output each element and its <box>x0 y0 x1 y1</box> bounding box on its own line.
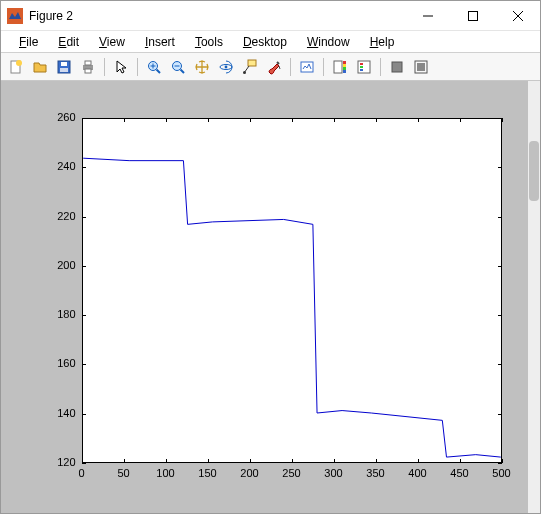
svg-point-6 <box>16 60 22 66</box>
y-tick-label: 160 <box>46 357 76 369</box>
x-tick-label: 200 <box>235 467 265 479</box>
toolbar-sep <box>323 58 324 76</box>
y-tick <box>82 217 86 218</box>
x-tick <box>250 118 251 122</box>
x-tick-label: 100 <box>151 467 181 479</box>
x-tick <box>82 459 83 463</box>
vertical-scrollbar[interactable] <box>528 81 540 513</box>
x-tick <box>166 118 167 122</box>
svg-rect-30 <box>343 70 346 73</box>
y-tick-label: 220 <box>46 210 76 222</box>
x-tick <box>502 459 503 463</box>
svg-rect-29 <box>343 67 346 70</box>
x-tick <box>250 459 251 463</box>
x-tick <box>376 118 377 122</box>
titlebar: Figure 2 <box>1 1 540 31</box>
x-tick <box>208 118 209 122</box>
y-tick <box>82 167 86 168</box>
x-tick <box>418 459 419 463</box>
x-tick-label: 500 <box>487 467 517 479</box>
rotate-3d-button[interactable] <box>215 56 237 78</box>
y-tick-label: 200 <box>46 259 76 271</box>
line-series <box>83 119 501 462</box>
svg-rect-9 <box>60 68 68 72</box>
figure-canvas[interactable]: 120140160180200220240260 050100150200250… <box>1 81 540 513</box>
hide-tools-button[interactable] <box>386 56 408 78</box>
y-tick <box>498 167 502 168</box>
window-title: Figure 2 <box>29 9 73 23</box>
edit-plot-button[interactable] <box>110 56 132 78</box>
svg-rect-31 <box>358 61 370 73</box>
brush-button[interactable] <box>263 56 285 78</box>
zoom-in-button[interactable] <box>143 56 165 78</box>
y-tick <box>498 266 502 267</box>
print-button[interactable] <box>77 56 99 78</box>
svg-rect-35 <box>392 62 402 72</box>
svg-point-24 <box>243 71 246 74</box>
svg-rect-28 <box>343 64 346 67</box>
y-tick <box>498 315 502 316</box>
minimize-button[interactable] <box>405 1 450 31</box>
x-tick <box>418 118 419 122</box>
legend-button[interactable] <box>353 56 375 78</box>
y-tick-label: 180 <box>46 308 76 320</box>
menu-help[interactable]: Help <box>360 33 405 51</box>
x-tick <box>292 118 293 122</box>
y-tick <box>82 414 86 415</box>
svg-rect-0 <box>7 8 23 24</box>
x-tick-label: 450 <box>445 467 475 479</box>
menu-insert[interactable]: Insert <box>135 33 185 51</box>
x-tick <box>292 459 293 463</box>
x-tick-label: 400 <box>403 467 433 479</box>
svg-rect-11 <box>85 61 91 65</box>
menu-window[interactable]: Window <box>297 33 360 51</box>
menu-tools[interactable]: Tools <box>185 33 233 51</box>
x-tick <box>82 118 83 122</box>
app-icon <box>7 8 23 24</box>
svg-rect-27 <box>343 61 346 64</box>
toolbar-sep <box>137 58 138 76</box>
x-tick <box>502 118 503 122</box>
scrollbar-thumb[interactable] <box>529 141 539 201</box>
y-tick <box>498 414 502 415</box>
maximize-button[interactable] <box>450 1 495 31</box>
y-tick <box>82 463 86 464</box>
x-tick-label: 150 <box>193 467 223 479</box>
y-tick <box>498 463 502 464</box>
open-file-button[interactable] <box>29 56 51 78</box>
svg-line-18 <box>181 69 185 73</box>
x-tick-label: 300 <box>319 467 349 479</box>
x-tick <box>460 459 461 463</box>
svg-rect-22 <box>248 60 256 66</box>
toolbar <box>1 53 540 81</box>
toolbar-sep <box>104 58 105 76</box>
svg-rect-37 <box>417 63 425 71</box>
menu-file[interactable]: File <box>9 33 48 51</box>
y-tick <box>498 217 502 218</box>
svg-rect-12 <box>85 69 91 73</box>
zoom-out-button[interactable] <box>167 56 189 78</box>
x-tick-label: 0 <box>67 467 97 479</box>
colorbar-button[interactable] <box>329 56 351 78</box>
pan-button[interactable] <box>191 56 213 78</box>
link-plot-button[interactable] <box>296 56 318 78</box>
axes[interactable]: 120140160180200220240260 050100150200250… <box>22 98 520 496</box>
menu-view[interactable]: View <box>89 33 135 51</box>
x-tick-label: 350 <box>361 467 391 479</box>
x-tick <box>124 459 125 463</box>
show-tools-button[interactable] <box>410 56 432 78</box>
y-tick <box>498 364 502 365</box>
x-tick <box>460 118 461 122</box>
close-button[interactable] <box>495 1 540 31</box>
y-tick <box>82 315 86 316</box>
plot-box <box>82 118 502 463</box>
svg-rect-2 <box>468 11 477 20</box>
y-tick <box>82 266 86 267</box>
new-figure-button[interactable] <box>5 56 27 78</box>
save-button[interactable] <box>53 56 75 78</box>
x-tick-label: 250 <box>277 467 307 479</box>
data-cursor-button[interactable] <box>239 56 261 78</box>
menu-desktop[interactable]: Desktop <box>233 33 297 51</box>
menu-edit[interactable]: Edit <box>48 33 89 51</box>
svg-rect-26 <box>334 61 342 73</box>
